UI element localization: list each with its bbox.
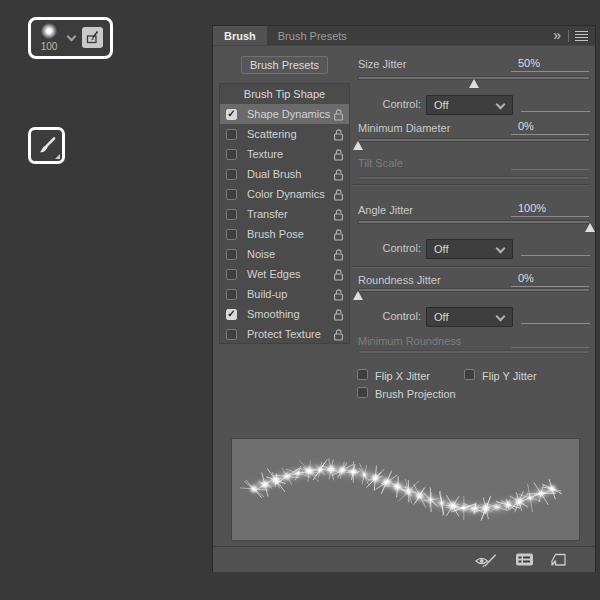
section-divider: [352, 266, 590, 268]
unlock-icon[interactable]: [333, 108, 344, 121]
unlock-icon[interactable]: [333, 268, 344, 281]
control-value-field[interactable]: [521, 239, 590, 256]
checkbox[interactable]: ✓: [226, 209, 237, 220]
list-item-smoothing[interactable]: ✓ Smoothing: [220, 304, 349, 324]
toggle-brush-panel-button[interactable]: [82, 27, 103, 48]
control-value-field[interactable]: [521, 307, 590, 324]
list-item-label[interactable]: Wet Edges: [247, 268, 333, 280]
brush-preset-picker[interactable]: 100: [28, 17, 113, 59]
minimum-roundness-value: [511, 332, 589, 348]
list-item-wet-edges[interactable]: ✓ Wet Edges: [220, 264, 349, 284]
checkbox[interactable]: ✓: [226, 229, 237, 240]
list-item-label[interactable]: Shape Dynamics: [247, 108, 333, 120]
list-item-label[interactable]: Protect Texture: [247, 328, 333, 340]
flip-y-jitter-checkbox[interactable]: [464, 369, 475, 380]
checkbox[interactable]: ✓: [226, 149, 237, 160]
collapse-panel-icon[interactable]: »: [548, 26, 565, 45]
list-item-label[interactable]: Texture: [247, 148, 333, 160]
tilt-scale-value: [511, 154, 589, 170]
list-item-protect-texture[interactable]: ✓ Protect Texture: [220, 324, 349, 344]
slider-thumb[interactable]: [353, 141, 363, 150]
list-item-build-up[interactable]: ✓ Build-up: [220, 284, 349, 304]
brush-preview-toggle-icon[interactable]: [474, 552, 499, 568]
tab-brush[interactable]: Brush: [213, 26, 267, 45]
brush-size-value: 100: [34, 41, 64, 52]
flip-x-jitter-label[interactable]: Flip X Jitter: [375, 370, 430, 382]
list-item-label[interactable]: Color Dynamics: [247, 188, 333, 200]
minimum-diameter-slider[interactable]: [358, 138, 590, 152]
unlock-icon[interactable]: [333, 148, 344, 161]
list-item-label[interactable]: Transfer: [247, 208, 333, 220]
list-item-scattering[interactable]: ✓ Scattering: [220, 124, 349, 144]
unlock-icon[interactable]: [333, 228, 344, 241]
list-item-shape-dynamics[interactable]: ✓ Shape Dynamics: [220, 104, 349, 124]
chevron-down-icon: [496, 311, 506, 321]
checkbox[interactable]: ✓: [226, 129, 237, 140]
list-item-texture[interactable]: ✓ Texture: [220, 144, 349, 164]
check-icon: ✓: [227, 309, 236, 319]
brush-projection-label[interactable]: Brush Projection: [375, 388, 456, 400]
list-item-brush-tip-shape[interactable]: Brush Tip Shape: [220, 84, 349, 104]
unlock-icon[interactable]: [333, 308, 344, 321]
checkbox[interactable]: ✓: [226, 329, 237, 340]
list-item-label[interactable]: Build-up: [247, 288, 333, 300]
list-item-label[interactable]: Dual Brush: [247, 168, 333, 180]
angle-jitter-slider[interactable]: [358, 220, 590, 234]
create-new-brush-icon[interactable]: [550, 552, 567, 567]
roundness-jitter-value[interactable]: 0%: [511, 271, 589, 287]
unlock-icon[interactable]: [333, 328, 344, 341]
checkbox[interactable]: ✓: [226, 169, 237, 180]
minimum-diameter-label: Minimum Diameter: [358, 122, 450, 134]
size-jitter-slider[interactable]: [358, 76, 590, 90]
checkbox[interactable]: ✓: [226, 289, 237, 300]
list-item-noise[interactable]: ✓ Noise: [220, 244, 349, 264]
control-label: Control:: [358, 242, 421, 254]
size-jitter-value[interactable]: 50%: [511, 56, 589, 72]
roundness-control-dropdown[interactable]: Off: [426, 307, 513, 327]
list-item-brush-pose[interactable]: ✓ Brush Pose: [220, 224, 349, 244]
list-item-label[interactable]: Brush Pose: [247, 228, 333, 240]
chevron-down-icon: [496, 99, 506, 109]
size-jitter-label: Size Jitter: [358, 58, 406, 70]
flip-x-jitter-checkbox[interactable]: [357, 369, 368, 380]
list-item-label[interactable]: Smoothing: [247, 308, 333, 320]
unlock-icon[interactable]: [333, 208, 344, 221]
chevron-down-icon[interactable]: [67, 32, 77, 42]
list-item-color-dynamics[interactable]: ✓ Color Dynamics: [220, 184, 349, 204]
tab-brush-presets[interactable]: Brush Presets: [267, 26, 358, 45]
list-item-transfer[interactable]: ✓ Transfer: [220, 204, 349, 224]
checkbox[interactable]: ✓: [226, 189, 237, 200]
slider-thumb[interactable]: [353, 291, 363, 300]
checkbox[interactable]: ✓: [226, 309, 237, 320]
open-preset-manager-icon[interactable]: [515, 552, 534, 567]
photoshop-workspace: 100 Brush Brush Presets » Brush Pre: [0, 0, 600, 600]
angle-jitter-value[interactable]: 100%: [511, 201, 589, 217]
slider-thumb[interactable]: [585, 223, 595, 232]
flip-y-jitter-label[interactable]: Flip Y Jitter: [482, 370, 537, 382]
slider-thumb[interactable]: [469, 79, 479, 88]
unlock-icon[interactable]: [333, 288, 344, 301]
list-item-label[interactable]: Noise: [247, 248, 333, 260]
brush-options-list: Brush Tip Shape ✓ Shape Dynamics ✓ Scatt…: [219, 83, 350, 344]
unlock-icon[interactable]: [333, 248, 344, 261]
brush-tool-button[interactable]: [28, 127, 65, 164]
unlock-icon[interactable]: [333, 168, 344, 181]
list-item-dual-brush[interactable]: ✓ Dual Brush: [220, 164, 349, 184]
brush-projection-checkbox[interactable]: [357, 387, 368, 398]
size-control-dropdown[interactable]: Off: [426, 95, 513, 115]
minimum-diameter-value[interactable]: 0%: [511, 119, 589, 135]
slider-track: [358, 350, 590, 354]
unlock-icon[interactable]: [333, 128, 344, 141]
minimum-roundness-label: Minimum Roundness: [358, 335, 461, 347]
control-value-field[interactable]: [521, 95, 590, 112]
checkbox[interactable]: ✓: [226, 109, 237, 120]
brush-presets-button[interactable]: Brush Presets: [241, 56, 328, 74]
sparkle-brush-icon: [41, 23, 57, 39]
checkbox[interactable]: ✓: [226, 269, 237, 280]
roundness-jitter-slider[interactable]: [358, 288, 590, 302]
panel-menu-icon[interactable]: [575, 31, 588, 41]
angle-control-dropdown[interactable]: Off: [426, 239, 513, 259]
list-item-label[interactable]: Scattering: [247, 128, 333, 140]
unlock-icon[interactable]: [333, 188, 344, 201]
checkbox[interactable]: ✓: [226, 249, 237, 260]
